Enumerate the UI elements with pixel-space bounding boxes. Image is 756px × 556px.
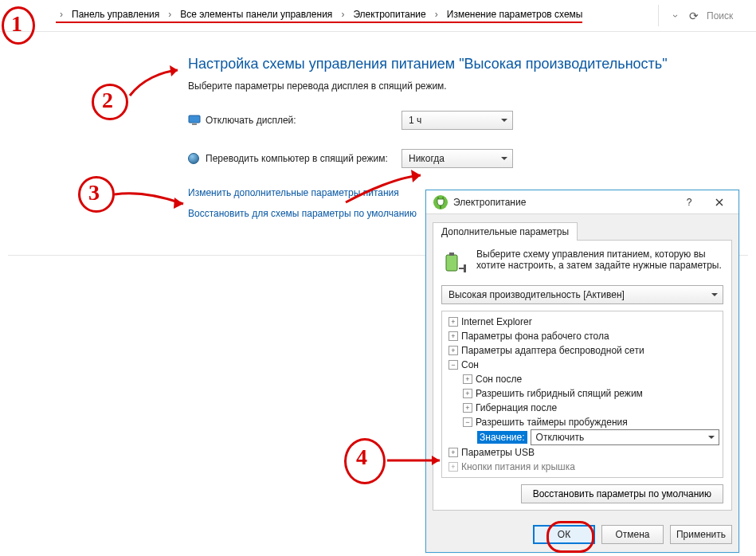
expand-icon[interactable]: + (449, 448, 458, 457)
expand-icon[interactable]: + (463, 389, 472, 398)
expand-icon[interactable]: + (463, 403, 472, 413)
svg-rect-0 (189, 116, 200, 123)
value-label: Значение: (477, 431, 527, 444)
collapse-icon[interactable]: − (463, 417, 472, 427)
close-button[interactable] (707, 194, 732, 211)
collapse-icon[interactable]: − (449, 360, 458, 370)
scheme-select[interactable]: Высокая производительность [Активен] (441, 285, 723, 304)
display-off-label: Отключать дисплей: (206, 115, 402, 126)
tree-item-buttons-lid[interactable]: +Кнопки питания и крышка (445, 460, 719, 474)
refresh-icon[interactable]: ⟳ (689, 10, 699, 22)
svg-rect-1 (192, 123, 197, 125)
help-button[interactable]: ? (676, 194, 702, 211)
crumb-power-options[interactable]: Электропитание (353, 9, 425, 20)
tree-item-desktop-bg[interactable]: +Параметры фона рабочего стола (445, 329, 719, 343)
expand-icon[interactable]: + (449, 317, 458, 327)
sleep-row: Переводить компьютер в спящий режим: Ник… (188, 149, 756, 168)
tree-item-ie[interactable]: +Internet Explorer (445, 315, 719, 329)
crumb-edit-plan[interactable]: Изменение параметров схемы (447, 9, 583, 20)
expand-icon[interactable]: + (449, 346, 458, 355)
power-icon (188, 153, 199, 164)
cancel-button[interactable]: Отмена (601, 525, 664, 544)
settings-tree[interactable]: +Internet Explorer +Параметры фона рабоч… (441, 311, 723, 478)
close-icon (715, 198, 723, 206)
display-off-row: Отключать дисплей: 1 ч (188, 111, 756, 130)
search-input[interactable]: Поиск (707, 10, 748, 22)
tree-item-usb[interactable]: +Параметры USB (445, 445, 719, 460)
dialog-intro: Выберите схему управления питанием, кото… (441, 249, 723, 276)
dialog-button-row: ОК Отмена Применить (426, 517, 738, 552)
sleep-select[interactable]: Никогда (402, 149, 513, 168)
address-bar: › Панель управления › Все элементы панел… (0, 0, 756, 32)
crumb-control-panel[interactable]: Панель управления (72, 9, 159, 20)
crumb-all-items[interactable]: Все элементы панели управления (180, 9, 332, 20)
annotation-number-4: 4 (356, 444, 367, 470)
power-options-dialog: Электропитание ? Дополнительные параметр… (425, 190, 739, 553)
chevron-right-icon: › (56, 9, 67, 20)
svg-rect-3 (446, 255, 457, 271)
power-plug-icon (433, 194, 449, 210)
display-off-select[interactable]: 1 ч (402, 111, 513, 130)
monitor-icon (188, 115, 201, 126)
annotation-circle-4 (344, 438, 386, 484)
breadcrumb: › Панель управления › Все элементы панел… (56, 9, 582, 23)
tree-value-row: Значение: Отключить (445, 429, 719, 445)
chevron-right-icon: › (337, 9, 348, 20)
history-dropdown-icon[interactable]: › (670, 10, 681, 22)
tab-strip: Дополнительные параметры (433, 221, 732, 240)
tree-item-sleep[interactable]: −Сон (445, 358, 719, 372)
battery-plug-icon (441, 249, 468, 276)
chevron-right-icon: › (431, 9, 442, 20)
restore-defaults-button[interactable]: Восстановить параметры по умолчанию (521, 484, 723, 503)
tree-item-wake-timers[interactable]: −Разрешить таймеры пробуждения (445, 415, 719, 429)
page-subtitle: Выберите параметры перевода дисплея в сп… (188, 80, 756, 92)
dialog-intro-text: Выберите схему управления питанием, кото… (476, 249, 723, 271)
ok-button[interactable]: ОК (533, 525, 595, 544)
expand-icon[interactable]: + (449, 462, 458, 472)
tree-item-hybrid-sleep[interactable]: +Разрешить гибридный спящий режим (445, 386, 719, 401)
page-title: Настройка схемы управления питанием "Выс… (188, 56, 756, 72)
tab-panel: Выберите схему управления питанием, кото… (433, 240, 732, 511)
tree-item-hibernate-after[interactable]: +Гибернация после (445, 401, 719, 415)
expand-icon[interactable]: + (449, 331, 458, 341)
expand-icon[interactable]: + (463, 374, 472, 384)
tree-item-sleep-after[interactable]: +Сон после (445, 372, 719, 386)
dialog-title: Электропитание (453, 197, 672, 208)
chevron-right-icon: › (164, 9, 175, 20)
sleep-label: Переводить компьютер в спящий режим: (206, 153, 402, 164)
tab-advanced[interactable]: Дополнительные параметры (433, 222, 578, 241)
dialog-titlebar: Электропитание ? (426, 190, 738, 213)
apply-button[interactable]: Применить (670, 525, 732, 544)
svg-rect-4 (449, 253, 454, 256)
wake-timer-value-select[interactable]: Отключить (531, 429, 719, 445)
tree-item-wifi[interactable]: +Параметры адаптера беспроводной сети (445, 343, 719, 358)
